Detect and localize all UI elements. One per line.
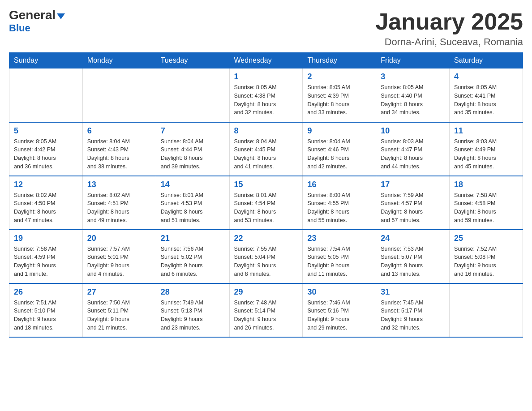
day-number: 25 — [454, 234, 518, 243]
day-number: 24 — [381, 234, 445, 243]
day-number: 4 — [454, 72, 518, 81]
week-row-1: 1Sunrise: 8:05 AM Sunset: 4:38 PM Daylig… — [9, 68, 523, 122]
day-number: 9 — [307, 126, 371, 136]
day-info: Sunrise: 8:03 AM Sunset: 4:49 PM Dayligh… — [454, 137, 518, 171]
calendar-cell: 22Sunrise: 7:55 AM Sunset: 5:04 PM Dayli… — [229, 230, 303, 283]
day-number: 17 — [381, 180, 445, 189]
day-number: 23 — [307, 234, 371, 243]
day-number: 27 — [87, 287, 151, 297]
week-row-2: 5Sunrise: 8:05 AM Sunset: 4:42 PM Daylig… — [9, 122, 523, 176]
day-number: 30 — [307, 287, 371, 297]
calendar-cell: 27Sunrise: 7:50 AM Sunset: 5:11 PM Dayli… — [82, 283, 156, 337]
calendar-cell: 21Sunrise: 7:56 AM Sunset: 5:02 PM Dayli… — [156, 230, 229, 283]
calendar-table: SundayMondayTuesdayWednesdayThursdayFrid… — [9, 52, 523, 338]
header-wednesday: Wednesday — [229, 53, 303, 68]
calendar-cell: 29Sunrise: 7:48 AM Sunset: 5:14 PM Dayli… — [229, 283, 303, 337]
day-info: Sunrise: 8:05 AM Sunset: 4:42 PM Dayligh… — [14, 137, 78, 171]
day-number: 31 — [381, 287, 445, 297]
day-info: Sunrise: 7:52 AM Sunset: 5:08 PM Dayligh… — [454, 245, 518, 278]
day-number: 5 — [14, 126, 78, 136]
calendar-header: SundayMondayTuesdayWednesdayThursdayFrid… — [9, 53, 523, 68]
day-number: 6 — [87, 126, 151, 136]
calendar-cell: 16Sunrise: 8:00 AM Sunset: 4:55 PM Dayli… — [303, 176, 376, 230]
day-info: Sunrise: 8:05 AM Sunset: 4:38 PM Dayligh… — [234, 83, 298, 117]
day-number: 28 — [161, 287, 225, 297]
day-number: 29 — [234, 287, 298, 297]
day-info: Sunrise: 7:49 AM Sunset: 5:13 PM Dayligh… — [161, 299, 225, 332]
calendar-cell: 2Sunrise: 8:05 AM Sunset: 4:39 PM Daylig… — [303, 68, 376, 122]
day-info: Sunrise: 7:56 AM Sunset: 5:02 PM Dayligh… — [161, 245, 225, 278]
calendar-cell: 11Sunrise: 8:03 AM Sunset: 4:49 PM Dayli… — [450, 122, 523, 176]
day-number: 8 — [234, 126, 298, 136]
calendar-cell: 25Sunrise: 7:52 AM Sunset: 5:08 PM Dayli… — [450, 230, 523, 283]
day-info: Sunrise: 8:04 AM Sunset: 4:44 PM Dayligh… — [161, 137, 225, 171]
day-number: 13 — [87, 180, 151, 189]
calendar-cell: 19Sunrise: 7:58 AM Sunset: 4:59 PM Dayli… — [9, 230, 83, 283]
calendar-cell: 12Sunrise: 8:02 AM Sunset: 4:50 PM Dayli… — [9, 176, 83, 230]
calendar-cell: 4Sunrise: 8:05 AM Sunset: 4:41 PM Daylig… — [450, 68, 523, 122]
day-info: Sunrise: 7:55 AM Sunset: 5:04 PM Dayligh… — [234, 245, 298, 278]
calendar-cell: 10Sunrise: 8:03 AM Sunset: 4:47 PM Dayli… — [376, 122, 450, 176]
day-number: 11 — [454, 126, 518, 136]
header-friday: Friday — [376, 53, 450, 68]
calendar-cell: 6Sunrise: 8:04 AM Sunset: 4:43 PM Daylig… — [82, 122, 156, 176]
calendar-cell: 15Sunrise: 8:01 AM Sunset: 4:54 PM Dayli… — [229, 176, 303, 230]
day-info: Sunrise: 7:58 AM Sunset: 4:58 PM Dayligh… — [454, 191, 518, 225]
day-number: 22 — [234, 234, 298, 243]
title-block: January 2025 Dorna-Arini, Suceava, Roman… — [375, 9, 523, 48]
day-info: Sunrise: 8:02 AM Sunset: 4:50 PM Dayligh… — [14, 191, 78, 225]
day-number: 12 — [14, 180, 78, 189]
calendar-cell: 14Sunrise: 8:01 AM Sunset: 4:53 PM Dayli… — [156, 176, 229, 230]
day-number: 7 — [161, 126, 225, 136]
calendar-cell — [156, 68, 229, 122]
day-info: Sunrise: 7:58 AM Sunset: 4:59 PM Dayligh… — [14, 245, 78, 278]
calendar-cell: 1Sunrise: 8:05 AM Sunset: 4:38 PM Daylig… — [229, 68, 303, 122]
calendar-cell: 26Sunrise: 7:51 AM Sunset: 5:10 PM Dayli… — [9, 283, 83, 337]
calendar-cell: 24Sunrise: 7:53 AM Sunset: 5:07 PM Dayli… — [376, 230, 450, 283]
logo-text-general: General — [9, 9, 56, 21]
day-info: Sunrise: 8:02 AM Sunset: 4:51 PM Dayligh… — [87, 191, 151, 225]
calendar-cell: 5Sunrise: 8:05 AM Sunset: 4:42 PM Daylig… — [9, 122, 83, 176]
calendar-cell: 18Sunrise: 7:58 AM Sunset: 4:58 PM Dayli… — [450, 176, 523, 230]
header-sunday: Sunday — [9, 53, 83, 68]
logo-text-blue: Blue — [9, 22, 30, 34]
day-info: Sunrise: 7:54 AM Sunset: 5:05 PM Dayligh… — [307, 245, 371, 278]
month-title: January 2025 — [375, 9, 523, 34]
day-info: Sunrise: 8:04 AM Sunset: 4:46 PM Dayligh… — [307, 137, 371, 171]
day-info: Sunrise: 7:53 AM Sunset: 5:07 PM Dayligh… — [381, 245, 445, 278]
week-row-5: 26Sunrise: 7:51 AM Sunset: 5:10 PM Dayli… — [9, 283, 523, 337]
calendar-body: 1Sunrise: 8:05 AM Sunset: 4:38 PM Daylig… — [9, 68, 523, 337]
calendar-cell: 3Sunrise: 8:05 AM Sunset: 4:40 PM Daylig… — [376, 68, 450, 122]
day-number: 14 — [161, 180, 225, 189]
day-info: Sunrise: 7:45 AM Sunset: 5:17 PM Dayligh… — [381, 299, 445, 332]
header-thursday: Thursday — [303, 53, 376, 68]
header-saturday: Saturday — [450, 53, 523, 68]
day-number: 21 — [161, 234, 225, 243]
day-info: Sunrise: 8:05 AM Sunset: 4:40 PM Dayligh… — [381, 83, 445, 117]
day-number: 26 — [14, 287, 78, 297]
day-info: Sunrise: 7:57 AM Sunset: 5:01 PM Dayligh… — [87, 245, 151, 278]
day-number: 18 — [454, 180, 518, 189]
calendar-cell — [82, 68, 156, 122]
day-info: Sunrise: 8:01 AM Sunset: 4:53 PM Dayligh… — [161, 191, 225, 225]
day-number: 20 — [87, 234, 151, 243]
day-info: Sunrise: 8:04 AM Sunset: 4:43 PM Dayligh… — [87, 137, 151, 171]
calendar-cell: 9Sunrise: 8:04 AM Sunset: 4:46 PM Daylig… — [303, 122, 376, 176]
calendar-cell: 13Sunrise: 8:02 AM Sunset: 4:51 PM Dayli… — [82, 176, 156, 230]
day-info: Sunrise: 7:59 AM Sunset: 4:57 PM Dayligh… — [381, 191, 445, 225]
day-info: Sunrise: 8:05 AM Sunset: 4:41 PM Dayligh… — [454, 83, 518, 117]
day-info: Sunrise: 7:46 AM Sunset: 5:16 PM Dayligh… — [307, 299, 371, 332]
calendar-cell: 8Sunrise: 8:04 AM Sunset: 4:45 PM Daylig… — [229, 122, 303, 176]
week-row-4: 19Sunrise: 7:58 AM Sunset: 4:59 PM Dayli… — [9, 230, 523, 283]
calendar-cell: 30Sunrise: 7:46 AM Sunset: 5:16 PM Dayli… — [303, 283, 376, 337]
day-info: Sunrise: 8:04 AM Sunset: 4:45 PM Dayligh… — [234, 137, 298, 171]
day-info: Sunrise: 7:50 AM Sunset: 5:11 PM Dayligh… — [87, 299, 151, 332]
calendar-cell — [9, 68, 83, 122]
day-info: Sunrise: 7:51 AM Sunset: 5:10 PM Dayligh… — [14, 299, 78, 332]
logo-triangle-icon — [57, 13, 65, 19]
week-row-3: 12Sunrise: 8:02 AM Sunset: 4:50 PM Dayli… — [9, 176, 523, 230]
day-number: 2 — [307, 72, 371, 81]
calendar-cell: 28Sunrise: 7:49 AM Sunset: 5:13 PM Dayli… — [156, 283, 229, 337]
day-info: Sunrise: 8:03 AM Sunset: 4:47 PM Dayligh… — [381, 137, 445, 171]
day-number: 10 — [381, 126, 445, 136]
